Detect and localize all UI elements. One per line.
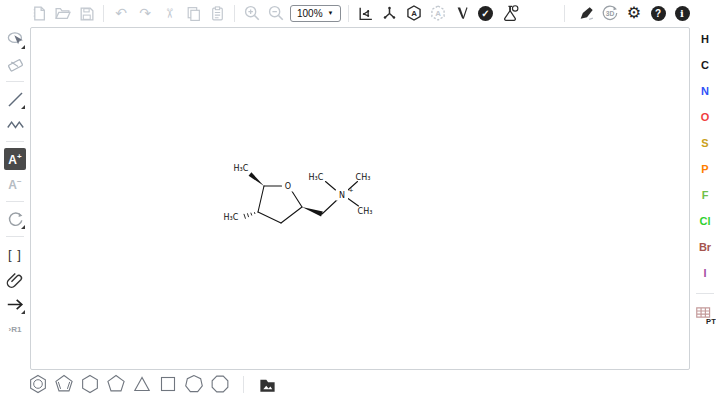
layout-icon — [357, 5, 374, 22]
charge-minus-icon: A− — [8, 177, 21, 192]
cyclopropane-template-button[interactable] — [132, 374, 152, 394]
cut-icon: ✂ — [163, 8, 176, 19]
sgroup-bracket-tool[interactable]: [ ] — [4, 243, 26, 265]
save-button[interactable] — [76, 3, 96, 23]
cyclooctane-template-button[interactable] — [210, 374, 230, 394]
element-br-button[interactable]: Br — [695, 238, 715, 255]
element-c-button[interactable]: C — [695, 56, 715, 73]
attach-tool[interactable] — [4, 268, 26, 290]
benzene-icon — [28, 374, 48, 394]
paste-button[interactable] — [207, 3, 227, 23]
periodic-table-button[interactable]: PT — [695, 306, 716, 329]
drawing-canvas[interactable]: O N + H₃C H₃C H₃C CH₃ CH₃ — [30, 27, 690, 370]
atom-methyl-c5[interactable]: H₃C — [234, 164, 249, 173]
separator — [103, 5, 104, 22]
zoom-out-button[interactable] — [266, 3, 286, 23]
rotate-tool[interactable] — [4, 208, 26, 230]
help-button[interactable]: ? — [648, 3, 668, 23]
rgroup-label-tool[interactable]: ›R1 — [4, 318, 26, 340]
single-bond-tool[interactable] — [4, 88, 26, 110]
cyclohexane-template-button[interactable] — [80, 374, 100, 394]
top-toolbar: ↶ ↷ ✂ — [0, 0, 720, 26]
benzene-template-button[interactable] — [28, 374, 48, 394]
atom-n-methyl-left[interactable]: H₃C — [309, 173, 324, 182]
bond-c5-c4[interactable] — [258, 186, 264, 212]
separator — [6, 141, 24, 142]
atom-n-methyl-bottom[interactable]: CH₃ — [358, 207, 373, 216]
dropdown-corner — [21, 45, 25, 49]
hash-bond-c4-methyl[interactable] — [244, 212, 255, 219]
erase-tool[interactable] — [4, 53, 26, 75]
undo-button[interactable]: ↶ — [111, 3, 131, 23]
element-f-button[interactable]: F — [695, 186, 715, 203]
cut-button[interactable]: ✂ — [159, 3, 179, 23]
cyclopentane-template-button[interactable] — [106, 374, 126, 394]
cycloheptane-template-button[interactable] — [184, 374, 204, 394]
element-p-button[interactable]: P — [695, 160, 715, 177]
zoom-out-icon — [267, 4, 285, 22]
open-file-button[interactable] — [52, 3, 72, 23]
bond-n-me-bottom[interactable] — [348, 199, 359, 207]
structure-tools-group: A A ✓ — [356, 3, 520, 23]
atom-toolbar: H C N O S P F Cl Br I PT — [690, 30, 720, 329]
structure-library-button[interactable] — [257, 374, 277, 394]
gear-icon: ⚙ — [627, 5, 641, 21]
element-n-button[interactable]: N — [695, 82, 715, 99]
atom-n-methyl-top[interactable]: CH₃ — [356, 173, 371, 182]
element-o-button[interactable]: O — [695, 108, 715, 125]
bond-o-c2[interactable] — [292, 191, 303, 208]
zoom-group: 100% ▼ — [242, 3, 341, 23]
redo-button[interactable]: ↷ — [135, 3, 155, 23]
wedge-bond-c2-ch2[interactable] — [302, 207, 323, 217]
zoom-level-select[interactable]: 100% ▼ — [290, 5, 341, 22]
lasso-selection-tool[interactable] — [4, 28, 26, 50]
separator — [564, 5, 565, 22]
settings-button[interactable]: ⚙ — [624, 3, 644, 23]
redo-icon: ↷ — [139, 6, 151, 20]
element-cl-button[interactable]: Cl — [695, 212, 715, 229]
chain-tool[interactable] — [4, 113, 26, 135]
charge-plus-tool[interactable]: A+ — [4, 148, 26, 170]
aromatize-button[interactable]: A — [404, 3, 424, 23]
paperclip-icon — [6, 270, 25, 289]
atom-methyl-c4[interactable]: H₃C — [224, 213, 239, 222]
3d-viewer-button[interactable]: 3D — [600, 3, 620, 23]
separator — [6, 81, 24, 82]
copy-button[interactable] — [183, 3, 203, 23]
calculate-cip-icon — [454, 5, 470, 21]
zoom-in-button[interactable] — [242, 3, 262, 23]
atom-nitrogen[interactable]: N — [339, 191, 345, 200]
molecule[interactable]: O N + H₃C H₃C H₃C CH₃ CH₃ — [31, 28, 689, 369]
wedge-bond-c5-methyl[interactable] — [249, 172, 264, 186]
reaction-arrow-tool[interactable] — [4, 293, 26, 315]
layout-button[interactable] — [356, 3, 376, 23]
charge-minus-tool[interactable]: A− — [4, 173, 26, 195]
paste-icon — [209, 5, 226, 22]
cyclobutane-template-button[interactable] — [158, 374, 178, 394]
dropdown-corner — [21, 310, 25, 314]
about-button[interactable]: i — [672, 3, 692, 23]
bond-c4-c3[interactable] — [258, 212, 281, 223]
clean-up-icon — [381, 5, 398, 22]
dropdown-corner — [21, 105, 25, 109]
cyclopentadiene-template-button[interactable] — [54, 374, 74, 394]
dearomatize-button[interactable]: A — [428, 3, 448, 23]
aromatize-icon: A — [405, 4, 423, 22]
bond-ch2-n[interactable] — [322, 200, 338, 215]
element-h-button[interactable]: H — [695, 30, 715, 47]
recognize-button[interactable] — [576, 3, 596, 23]
check-structure-button[interactable]: ✓ — [476, 3, 496, 23]
element-i-button[interactable]: I — [695, 264, 715, 281]
element-s-button[interactable]: S — [695, 134, 715, 151]
new-document-button[interactable] — [28, 3, 48, 23]
calculated-values-button[interactable] — [500, 3, 520, 23]
bond-n-me-left[interactable] — [326, 182, 336, 191]
cyclopentadiene-icon — [54, 374, 74, 394]
clean-up-button[interactable] — [380, 3, 400, 23]
separator — [696, 293, 714, 294]
calculate-cip-button[interactable] — [452, 3, 472, 23]
periodic-table-icon: PT — [695, 306, 716, 326]
brackets-icon: [ ] — [8, 247, 22, 262]
bond-c3-c2[interactable] — [281, 207, 302, 223]
atom-oxygen[interactable]: O — [285, 182, 291, 191]
